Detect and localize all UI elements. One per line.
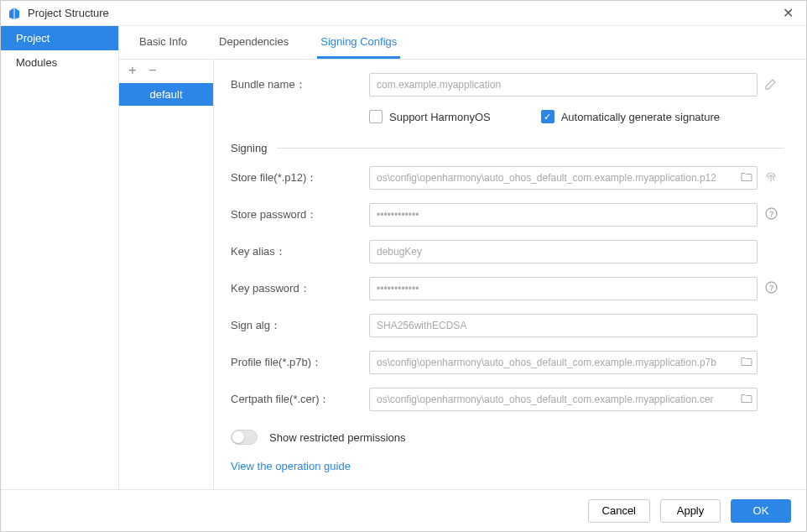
sign-alg-input[interactable] xyxy=(369,314,758,337)
row-checkboxes: Support HarmonyOS ✓ Automatically genera… xyxy=(231,110,784,123)
sidebar: Project Modules xyxy=(1,26,119,489)
show-restricted-toggle[interactable] xyxy=(231,430,258,445)
edit-icon[interactable] xyxy=(764,77,778,93)
bundle-name-label: Bundle name： xyxy=(231,77,369,92)
row-bundle-name: Bundle name： xyxy=(231,73,784,96)
signing-section-header: Signing xyxy=(231,142,784,154)
folder-icon[interactable] xyxy=(741,172,752,185)
window-title: Project Structure xyxy=(28,7,776,19)
plus-icon: + xyxy=(128,63,136,77)
row-store-file: Store file(*.p12)： xyxy=(231,166,784,190)
configs-toolbar: + − xyxy=(119,60,213,83)
config-item-default[interactable]: default xyxy=(119,83,213,106)
row-key-password: Key password： ? xyxy=(231,277,784,300)
key-password-input[interactable] xyxy=(369,277,758,300)
checkbox-icon xyxy=(369,110,383,123)
folder-icon[interactable] xyxy=(741,357,752,369)
profile-file-label: Profile file(*.p7b)： xyxy=(231,355,369,370)
minus-icon: − xyxy=(148,63,156,77)
checkbox-checked-icon: ✓ xyxy=(541,110,554,123)
main-column: Basic Info Dependencies Signing Configs … xyxy=(119,26,806,489)
help-icon[interactable]: ? xyxy=(765,281,778,296)
tab-dependencies[interactable]: Dependencies xyxy=(216,27,292,59)
store-file-input[interactable] xyxy=(369,166,758,190)
tab-basic-info[interactable]: Basic Info xyxy=(136,27,190,59)
app-logo-icon xyxy=(8,7,21,20)
row-sign-alg: Sign alg： xyxy=(231,314,784,337)
auto-generate-signature-checkbox[interactable]: ✓ Automatically generate signature xyxy=(541,110,720,123)
add-config-button[interactable]: + xyxy=(126,65,139,78)
certpath-file-label: Certpath file(*.cer)： xyxy=(231,392,369,407)
sidebar-item-project[interactable]: Project xyxy=(1,26,118,50)
config-item-label: default xyxy=(149,88,182,101)
sidebar-item-modules[interactable]: Modules xyxy=(1,50,118,75)
checkbox-label: Support HarmonyOS xyxy=(389,111,491,123)
close-button[interactable]: ✕ xyxy=(776,2,799,25)
key-password-label: Key password： xyxy=(231,281,369,296)
row-profile-file: Profile file(*.p7b)： xyxy=(231,351,784,374)
fingerprint-icon[interactable] xyxy=(764,170,778,186)
toggle-knob xyxy=(232,431,244,443)
store-password-label: Store password： xyxy=(231,207,369,222)
row-key-alias: Key alias： xyxy=(231,240,784,263)
apply-button[interactable]: Apply xyxy=(660,499,721,523)
main-area: + − default Bundle name： xyxy=(119,60,806,489)
project-structure-dialog: Project Structure ✕ Project Modules Basi… xyxy=(0,0,807,532)
sidebar-item-label: Project xyxy=(16,32,49,44)
help-icon[interactable]: ? xyxy=(765,207,778,222)
section-title: Signing xyxy=(231,142,267,154)
store-file-label: Store file(*.p12)： xyxy=(231,170,369,185)
svg-text:?: ? xyxy=(768,284,773,292)
row-certpath-file: Certpath file(*.cer)： xyxy=(231,388,784,411)
key-alias-input[interactable] xyxy=(369,240,758,263)
row-store-password: Store password： ? xyxy=(231,203,784,227)
bundle-name-input[interactable] xyxy=(369,73,758,96)
cancel-button[interactable]: Cancel xyxy=(588,499,650,523)
dialog-body: Project Modules Basic Info Dependencies … xyxy=(1,26,806,489)
tab-signing-configs[interactable]: Signing Configs xyxy=(317,27,400,59)
operation-guide-link[interactable]: View the operation guide xyxy=(231,460,784,472)
sidebar-item-label: Modules xyxy=(16,56,57,69)
profile-file-input[interactable] xyxy=(369,351,758,374)
ok-button[interactable]: OK xyxy=(731,499,791,523)
store-password-input[interactable] xyxy=(369,203,758,227)
remove-config-button[interactable]: − xyxy=(146,65,159,78)
section-divider xyxy=(277,148,784,149)
sign-alg-label: Sign alg： xyxy=(231,318,369,333)
key-alias-label: Key alias： xyxy=(231,244,369,259)
row-show-restricted: Show restricted permissions xyxy=(231,430,784,445)
certpath-file-input[interactable] xyxy=(369,388,758,411)
close-icon: ✕ xyxy=(783,5,794,21)
svg-text:?: ? xyxy=(768,210,773,218)
signing-form: Bundle name： Support HarmonyOS xyxy=(214,60,806,489)
checkbox-label: Automatically generate signature xyxy=(561,111,720,123)
folder-icon[interactable] xyxy=(741,394,752,406)
support-harmonyos-checkbox[interactable]: Support HarmonyOS xyxy=(369,110,491,123)
dialog-footer: Cancel Apply OK xyxy=(1,489,806,531)
configs-list: + − default xyxy=(119,60,214,489)
toggle-label: Show restricted permissions xyxy=(269,431,406,444)
titlebar: Project Structure ✕ xyxy=(1,1,806,26)
tabs: Basic Info Dependencies Signing Configs xyxy=(119,26,806,60)
